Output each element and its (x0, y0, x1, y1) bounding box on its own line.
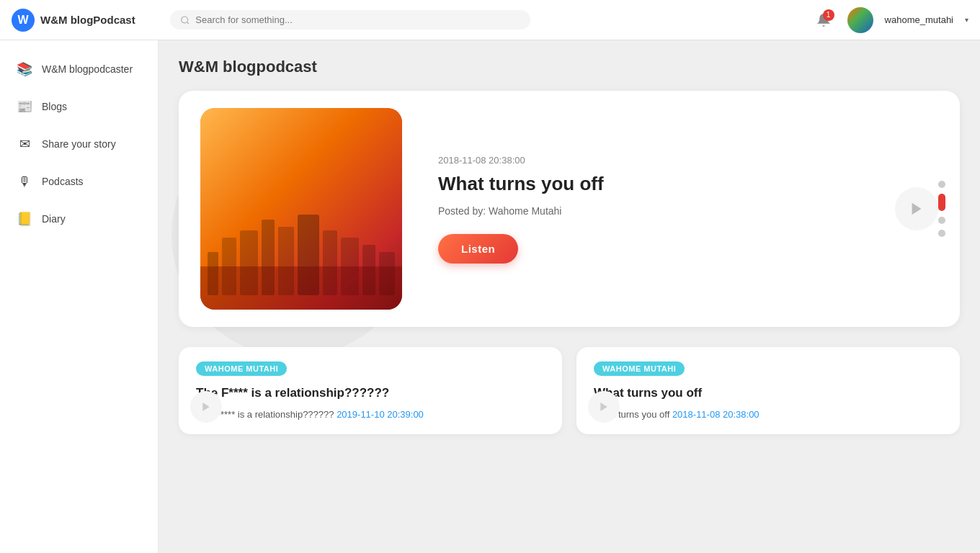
app-logo[interactable]: W W&M blogPodcast (12, 9, 170, 32)
notification-button[interactable]: 1 (811, 8, 836, 32)
svg-line-1 (187, 22, 188, 23)
sidebar-item-label: Podcasts (42, 176, 84, 187)
side-dots (938, 181, 945, 237)
card-date-2: 2018-11-08 20:38:00 (672, 409, 760, 420)
search-icon (180, 15, 190, 25)
featured-play-circle[interactable] (895, 187, 938, 230)
listen-button[interactable]: Listen (438, 234, 518, 264)
sidebar-item-label: Blogs (42, 101, 67, 112)
svg-marker-14 (912, 203, 922, 215)
avatar[interactable] (847, 7, 873, 33)
play-icon (909, 201, 925, 217)
dot-3[interactable] (938, 217, 945, 224)
sidebar-item-podcasts[interactable]: 🎙 Podcasts (0, 164, 158, 199)
diary-icon: 📒 (14, 209, 35, 229)
main-content: W&M blogpodcast (159, 40, 980, 553)
sidebar-item-label: Share your story (42, 138, 116, 150)
sidebar: 📚 W&M blogpodcaster 📰 Blogs ✉ Share your… (0, 40, 159, 553)
sidebar-item-diary[interactable]: 📒 Diary (0, 202, 158, 236)
dot-4[interactable] (938, 230, 945, 237)
featured-image (200, 108, 402, 310)
svg-rect-13 (200, 266, 402, 310)
podcast-card-2: WAHOME MUTAHI What turns you off What tu… (576, 347, 960, 434)
featured-author: Posted by: Wahome Mutahi (438, 205, 881, 217)
user-name[interactable]: wahome_mutahi (885, 14, 953, 25)
chevron-down-icon[interactable]: ▾ (965, 16, 968, 24)
wm-blogpodcaster-icon: 📚 (14, 59, 35, 79)
svg-marker-16 (600, 403, 607, 411)
card-play-1[interactable] (190, 391, 222, 423)
card-excerpt-2: What turns you off 2018-11-08 20:38:00 (594, 409, 943, 420)
featured-card: 2018-11-08 20:38:00 What turns you off P… (179, 91, 960, 327)
play-icon-2 (598, 401, 610, 413)
sidebar-item-label: W&M blogpodcaster (42, 63, 133, 75)
podcasts-icon: 🎙 (14, 171, 35, 192)
sidebar-item-share-story[interactable]: ✉ Share your story (0, 127, 158, 161)
podcast-card-1: WAHOME MUTAHI The F**** is a relationshi… (179, 347, 562, 434)
search-input[interactable] (195, 14, 520, 25)
featured-wrap: 2018-11-08 20:38:00 What turns you off P… (179, 91, 960, 327)
featured-title: What turns you off (438, 173, 881, 195)
card-title-2: What turns you off (594, 386, 943, 400)
main-layout: 📚 W&M blogpodcaster 📰 Blogs ✉ Share your… (0, 40, 980, 553)
notification-badge: 1 (823, 9, 834, 21)
svg-point-0 (182, 16, 188, 22)
card-excerpt-1: The F**** is a relationship?????? 2019-1… (196, 409, 545, 420)
app-title: W&M blogPodcast (40, 14, 135, 26)
blogs-icon: 📰 (14, 96, 35, 117)
topnav: W W&M blogPodcast 1 wahome_mutahi ▾ (0, 0, 980, 40)
search-box[interactable] (170, 10, 530, 30)
svg-marker-15 (202, 403, 209, 411)
page-title: W&M blogpodcast (179, 58, 960, 76)
dot-2-active[interactable] (938, 194, 945, 211)
card-date-1: 2019-11-10 20:39:00 (337, 409, 424, 420)
card-title-1: The F**** is a relationship?????? (196, 386, 545, 400)
featured-date: 2018-11-08 20:38:00 (438, 155, 881, 166)
share-story-icon: ✉ (14, 134, 35, 154)
logo-icon: W (12, 9, 35, 32)
sidebar-item-label: Diary (42, 213, 66, 225)
dot-1[interactable] (938, 181, 945, 188)
sidebar-item-blogs[interactable]: 📰 Blogs (0, 89, 158, 124)
featured-info: 2018-11-08 20:38:00 What turns you off P… (438, 155, 881, 264)
card-play-2[interactable] (588, 391, 620, 423)
card-author-badge-1: WAHOME MUTAHI (196, 361, 287, 376)
play-icon-1 (200, 401, 212, 413)
cards-grid: WAHOME MUTAHI The F**** is a relationshi… (179, 347, 960, 434)
sidebar-item-wm-blogpodcaster[interactable]: 📚 W&M blogpodcaster (0, 52, 158, 86)
card-author-badge-2: WAHOME MUTAHI (594, 361, 685, 376)
topnav-right: 1 wahome_mutahi ▾ (811, 7, 968, 33)
